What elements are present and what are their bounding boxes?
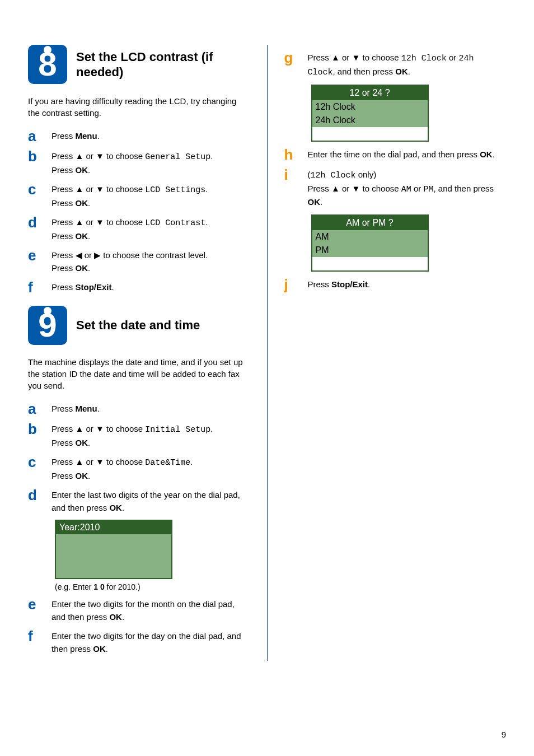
- step-text: Press ◀ or ▶ to choose the contrast leve…: [51, 248, 250, 274]
- step-letter: c: [28, 455, 41, 469]
- step-letter: a: [28, 402, 41, 416]
- step-text: Press Menu.: [51, 129, 250, 143]
- step-letter: e: [28, 597, 41, 612]
- lcd-year-caption: (e.g. Enter 1 0 for 2010.): [55, 582, 250, 591]
- arrow-icons: ◀ or ▶: [76, 250, 101, 260]
- step-9f: f Enter the two digits for the day on th…: [28, 629, 250, 655]
- column-divider: [267, 45, 268, 661]
- step-text: Press ▲ or ▼ to choose Date&Time. Press …: [51, 455, 250, 482]
- step-letter: a: [28, 129, 41, 143]
- section-8-header: 8 Set the LCD contrast (if needed): [28, 45, 250, 84]
- step-letter: b: [28, 149, 41, 164]
- step-number: 9: [28, 306, 67, 345]
- step-text: Enter the two digits for the month on th…: [51, 597, 250, 623]
- step-text: Press Menu.: [51, 402, 250, 416]
- section-8-intro: If you are having difficulty reading the…: [28, 95, 250, 119]
- step-9d: d Enter the last two digits of the year …: [28, 488, 250, 514]
- lcd-year-wrap: Year:2010 (e.g. Enter 1 0 for 2010.): [55, 520, 250, 591]
- step-8f: f Press Stop/Exit.: [28, 280, 250, 295]
- lcd-clock-title: 12 or 24 ?: [312, 86, 428, 100]
- step-letter: h: [284, 147, 298, 162]
- lcd-ampm-wrap: AM or PM ? AM PM: [311, 214, 507, 272]
- step-text: Press ▲ or ▼ to choose LCD Settings. Pre…: [51, 182, 250, 209]
- lcd-clock-row: 24h Clock: [312, 114, 428, 127]
- step-letter: c: [28, 182, 41, 197]
- step-8d: d Press ▲ or ▼ to choose LCD Contrast. P…: [28, 215, 250, 242]
- step-text: Press ▲ or ▼ to choose Initial Setup. Pr…: [51, 422, 250, 449]
- lcd-ampm-title: AM or PM ?: [312, 216, 428, 230]
- step-9b: b Press ▲ or ▼ to choose Initial Setup. …: [28, 422, 250, 449]
- step-letter: d: [28, 488, 41, 502]
- step-number-box-8: 8: [28, 45, 67, 84]
- arrow-icons: ▲ or ▼: [76, 217, 104, 227]
- step-letter: d: [28, 215, 41, 230]
- step-letter: b: [28, 422, 41, 436]
- step-text: Enter the last two digits of the year on…: [51, 488, 250, 514]
- section-9-header: 9 Set the date and time: [28, 306, 250, 345]
- arrow-icons: ▲ or ▼: [76, 184, 104, 194]
- step-text: Enter the time on the dial pad, and then…: [308, 147, 507, 161]
- section-9-intro: The machine displays the date and time, …: [28, 356, 250, 391]
- step-9g: g Press ▲ or ▼ to choose 12h Clock or 24…: [284, 50, 507, 79]
- lcd-year-display: Year:2010: [55, 520, 172, 579]
- step-9i: i (12h Clock only) Press ▲ or ▼ to choos…: [284, 167, 507, 209]
- section-9-title: Set the date and time: [76, 318, 200, 333]
- page-number: 9: [502, 730, 506, 739]
- right-column: g Press ▲ or ▼ to choose 12h Clock or 24…: [284, 45, 507, 661]
- lcd-ampm-row: PM: [312, 244, 428, 257]
- step-text: Press ▲ or ▼ to choose 12h Clock or 24h …: [308, 50, 507, 79]
- step-letter: e: [28, 248, 41, 263]
- step-text: Press ▲ or ▼ to choose General Setup. Pr…: [51, 149, 250, 176]
- step-8b: b Press ▲ or ▼ to choose General Setup. …: [28, 149, 250, 176]
- lcd-clock-row-selected: 12h Clock: [312, 100, 428, 114]
- step-letter: g: [284, 50, 298, 65]
- arrow-icons: ▲ or ▼: [76, 424, 104, 433]
- lcd-clock-wrap: 12 or 24 ? 12h Clock 24h Clock: [311, 85, 507, 142]
- step-text: (12h Clock only) Press ▲ or ▼ to choose …: [308, 167, 507, 209]
- lcd-ampm-row-empty: [312, 257, 428, 270]
- lcd-clock-row-empty: [312, 127, 428, 141]
- step-9h: h Enter the time on the dial pad, and th…: [284, 147, 507, 162]
- step-8a: a Press Menu.: [28, 129, 250, 143]
- step-9j: j Press Stop/Exit.: [284, 277, 507, 292]
- arrow-icons: ▲ or ▼: [76, 151, 104, 161]
- step-letter: j: [284, 277, 298, 292]
- step-text: Press Stop/Exit.: [308, 277, 507, 291]
- left-column: 8 Set the LCD contrast (if needed) If yo…: [28, 45, 250, 661]
- step-9e: e Enter the two digits for the month on …: [28, 597, 250, 623]
- step-text: Press Stop/Exit.: [51, 280, 250, 294]
- step-text: Press ▲ or ▼ to choose LCD Contrast. Pre…: [51, 215, 250, 242]
- arrow-icons: ▲ or ▼: [76, 457, 104, 466]
- lcd-year-body: [56, 534, 171, 578]
- lcd-year-top: Year:2010: [56, 521, 171, 534]
- step-9a: a Press Menu.: [28, 402, 250, 416]
- lcd-ampm-row-selected: AM: [312, 230, 428, 244]
- step-letter: i: [284, 167, 298, 182]
- step-letter: f: [28, 280, 41, 295]
- step-9c: c Press ▲ or ▼ to choose Date&Time. Pres…: [28, 455, 250, 482]
- section-8-title: Set the LCD contrast (if needed): [76, 49, 250, 80]
- step-letter: f: [28, 629, 41, 643]
- arrow-icons: ▲ or ▼: [331, 53, 360, 62]
- lcd-clock-display: 12 or 24 ? 12h Clock 24h Clock: [311, 85, 429, 142]
- step-text: Enter the two digits for the day on the …: [51, 629, 250, 655]
- step-8e: e Press ◀ or ▶ to choose the contrast le…: [28, 248, 250, 274]
- step-number-box-9: 9: [28, 306, 67, 345]
- lcd-ampm-display: AM or PM ? AM PM: [311, 214, 429, 272]
- step-number: 8: [28, 45, 67, 84]
- step-8c: c Press ▲ or ▼ to choose LCD Settings. P…: [28, 182, 250, 209]
- arrow-icons: ▲ or ▼: [331, 184, 360, 193]
